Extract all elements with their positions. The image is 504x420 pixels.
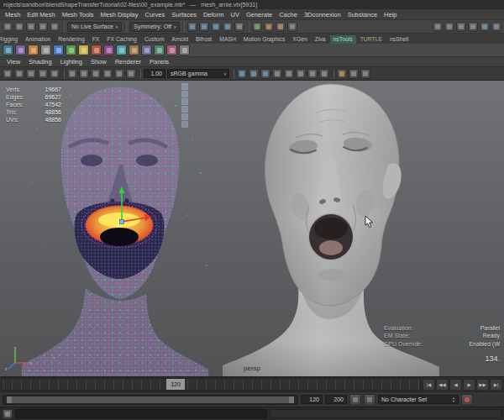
lighting-toggle-icon[interactable] bbox=[272, 69, 282, 79]
textured-mode-icon[interactable] bbox=[260, 69, 270, 79]
panel-menu-view[interactable]: View bbox=[3, 58, 24, 66]
wireframe-mode-icon[interactable] bbox=[237, 69, 247, 79]
shelf-tab-mash[interactable]: MASH bbox=[216, 35, 239, 44]
shelf-tab-turtle[interactable]: TURTLE bbox=[357, 35, 386, 44]
shelf-icon-5[interactable] bbox=[53, 45, 64, 55]
viewport-persp[interactable]: Verts: 19667 Edges: 69627 Faces: 47542 T… bbox=[0, 81, 504, 376]
range-start-handle[interactable] bbox=[7, 396, 12, 403]
shelf-icon-2[interactable] bbox=[15, 45, 26, 55]
shelf-icon-8[interactable] bbox=[91, 45, 102, 55]
command-line-input[interactable] bbox=[15, 409, 267, 418]
in-view-icon[interactable] bbox=[181, 121, 188, 128]
menu-mesh-tools[interactable]: Mesh Tools bbox=[59, 11, 97, 18]
safe-action-icon[interactable] bbox=[126, 69, 136, 79]
snap-point-icon[interactable] bbox=[211, 22, 221, 32]
range-slider-bar[interactable] bbox=[7, 396, 294, 403]
panel-menu-show[interactable]: Show bbox=[87, 58, 110, 66]
exposure-field[interactable]: 1.00 bbox=[144, 69, 165, 78]
menu-mesh[interactable]: Mesh bbox=[2, 11, 24, 18]
make-live-icon[interactable] bbox=[234, 22, 244, 32]
xray-joints-icon[interactable] bbox=[360, 69, 370, 79]
shelf-tab-fx[interactable]: FX bbox=[89, 35, 103, 44]
bookmark-icon[interactable] bbox=[38, 69, 48, 79]
lock-camera-icon[interactable] bbox=[14, 69, 24, 79]
shelf-icon-1[interactable] bbox=[3, 45, 13, 55]
grid-toggle-icon[interactable] bbox=[67, 69, 77, 79]
shelf-icon-13[interactable] bbox=[154, 45, 165, 55]
undo-icon[interactable] bbox=[38, 22, 48, 32]
menu-uv[interactable]: UV bbox=[227, 11, 242, 18]
shelf-icon-11[interactable] bbox=[129, 45, 139, 55]
shelf-tab-nstools[interactable]: nsTools bbox=[330, 35, 356, 44]
symmetry-dropdown[interactable]: Symmetry: Off ▾ bbox=[129, 22, 180, 32]
shadows-toggle-icon[interactable] bbox=[284, 69, 294, 79]
open-scene-icon[interactable] bbox=[14, 22, 24, 32]
shelf-tab-xgen[interactable]: XGen bbox=[289, 35, 310, 44]
in-view-icon[interactable] bbox=[181, 106, 188, 113]
panel-menu-shading[interactable]: Shading bbox=[25, 58, 55, 66]
snap-curve-icon[interactable] bbox=[199, 22, 209, 32]
playback-options-icon[interactable] bbox=[349, 394, 361, 406]
save-scene-icon[interactable] bbox=[26, 22, 36, 32]
in-view-icon[interactable] bbox=[181, 91, 188, 97]
current-time-indicator[interactable]: 120 bbox=[166, 379, 185, 390]
render-icon[interactable] bbox=[264, 22, 274, 32]
shelf-tab-ziva[interactable]: Ziva bbox=[312, 35, 329, 44]
shelf-tab-animation[interactable]: Animation bbox=[22, 35, 54, 44]
go-to-start-button[interactable] bbox=[423, 379, 435, 391]
script-editor-icon[interactable] bbox=[3, 409, 13, 419]
image-plane-icon[interactable] bbox=[50, 69, 60, 79]
field-chart-icon[interactable] bbox=[114, 69, 124, 79]
shelf-tab-rendering[interactable]: Rendering bbox=[55, 35, 87, 44]
panel-menu-panels[interactable]: Panels bbox=[146, 58, 172, 66]
isolate-select-icon[interactable] bbox=[337, 69, 347, 79]
playback-start-field[interactable]: 120 bbox=[301, 395, 323, 404]
menu-generate[interactable]: Generate bbox=[243, 11, 276, 18]
in-view-icon[interactable] bbox=[181, 98, 188, 105]
shelf-tab-motion-graphics[interactable]: Motion Graphics bbox=[240, 35, 289, 44]
xray-icon[interactable] bbox=[349, 69, 359, 79]
shelf-tab-arnold[interactable]: Arnold bbox=[168, 35, 192, 44]
redo-icon[interactable] bbox=[50, 22, 60, 32]
shelf-icon-12[interactable] bbox=[141, 45, 152, 55]
menu-mesh-display[interactable]: Mesh Display bbox=[97, 11, 142, 18]
menu-help[interactable]: Help bbox=[381, 11, 400, 18]
shelf-tab-fx-caching[interactable]: FX Caching bbox=[103, 35, 140, 44]
sidebar-outliner-icon[interactable] bbox=[491, 22, 501, 32]
shelf-tab-bifrost[interactable]: Bifrost bbox=[192, 35, 215, 44]
anti-aliasing-icon[interactable] bbox=[319, 69, 329, 79]
next-key-button[interactable] bbox=[476, 379, 489, 391]
play-forward-button[interactable] bbox=[463, 379, 475, 391]
auto-keyframe-toggle[interactable] bbox=[461, 394, 473, 406]
shelf-icon-7[interactable] bbox=[78, 45, 89, 55]
new-scene-icon[interactable] bbox=[3, 22, 13, 32]
film-gate-icon[interactable] bbox=[79, 69, 89, 79]
snap-plane-icon[interactable] bbox=[223, 22, 233, 32]
shaded-mode-icon[interactable] bbox=[249, 69, 259, 79]
in-view-icon[interactable] bbox=[181, 113, 188, 120]
shelf-icon-9[interactable] bbox=[103, 45, 114, 55]
screen-space-ao-icon[interactable] bbox=[296, 69, 306, 79]
menu-edit-mesh[interactable]: Edit Mesh bbox=[24, 11, 58, 18]
shelf-icon-3[interactable] bbox=[28, 45, 39, 55]
shelf-icon-14[interactable] bbox=[166, 45, 177, 55]
gamma-dropdown[interactable]: sRGB gamma ▾ bbox=[167, 69, 229, 78]
snap-grid-icon[interactable] bbox=[187, 22, 197, 32]
in-view-editor[interactable] bbox=[181, 83, 188, 128]
shelf-icon-6[interactable] bbox=[66, 45, 76, 55]
in-view-icon[interactable] bbox=[181, 83, 188, 90]
previous-key-button[interactable] bbox=[436, 379, 449, 391]
panel-menu-lighting[interactable]: Lighting bbox=[57, 58, 86, 66]
sidebar-modeling-toolkit-icon[interactable] bbox=[468, 22, 478, 32]
render-settings-icon[interactable] bbox=[287, 22, 297, 32]
menu-deform[interactable]: Deform bbox=[200, 11, 228, 18]
menu-3dconnexion[interactable]: 3Dconnexion bbox=[301, 11, 344, 18]
shelf-icon-15[interactable] bbox=[179, 45, 190, 55]
menu-cache[interactable]: Cache bbox=[276, 11, 301, 18]
sidebar-tool-settings-icon[interactable] bbox=[444, 22, 454, 32]
sidebar-channel-box-icon[interactable] bbox=[456, 22, 466, 32]
character-set-dropdown[interactable]: No Character Set ▲▼ bbox=[378, 395, 459, 404]
sidebar-character-controls-icon[interactable] bbox=[480, 22, 490, 32]
menu-curves[interactable]: Curves bbox=[142, 11, 169, 18]
shelf-tab-nsshell[interactable]: nsShell bbox=[386, 35, 412, 44]
